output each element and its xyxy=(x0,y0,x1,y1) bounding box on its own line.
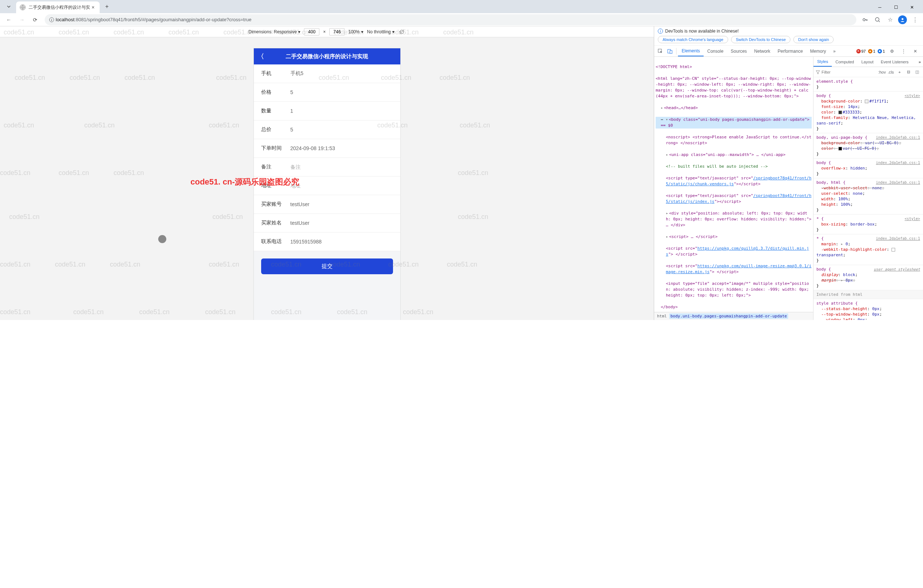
zoom-select[interactable]: 100% ▾ xyxy=(348,29,363,34)
throttling-select[interactable]: No throttling ▾ xyxy=(367,29,394,34)
url-bar[interactable]: localhost:8081/springboot78q41/front/h5/… xyxy=(45,14,856,25)
dimensions-select[interactable]: Dimensions: Responsive ▾ xyxy=(248,29,301,34)
back-button[interactable]: ← xyxy=(3,14,15,26)
url-path: /springboot78q41/front/h5/#/pages/goumai… xyxy=(87,17,251,22)
styles-tab-styles[interactable]: Styles xyxy=(813,57,832,67)
device-width-input[interactable] xyxy=(304,28,319,36)
dont-show-button[interactable]: Don't show again xyxy=(793,36,834,43)
device-mode-icon[interactable] xyxy=(665,46,675,56)
form-row: 数量1 xyxy=(254,102,400,120)
form-row: 联系电话15915915988 xyxy=(254,233,400,251)
devtools-tabs: Elements Console Sources Network Perform… xyxy=(654,46,923,57)
dom-tree[interactable]: <!DOCTYPE html> <html lang="zh-CN" style… xyxy=(654,57,813,312)
svg-point-4 xyxy=(863,19,865,21)
close-window-button[interactable]: ✕ xyxy=(904,2,920,13)
remark-input[interactable] xyxy=(291,164,393,170)
bookmark-icon[interactable]: ☆ xyxy=(885,15,895,25)
devtools-panel: iDevTools is now available in Chinese! A… xyxy=(654,26,923,320)
browser-titlebar: 二手交易微信小程序的设计与实 × + ─ ☐ ✕ xyxy=(0,0,923,13)
hov-toggle[interactable]: :hov xyxy=(878,69,886,76)
submit-button[interactable]: 提交 xyxy=(261,259,393,274)
svg-point-5 xyxy=(875,18,879,21)
settings-icon[interactable]: ⚙ xyxy=(887,46,897,56)
form-row: 下单时间2024-09-08 19:1:53 xyxy=(254,139,400,158)
sidebar-toggle-icon[interactable]: ◫ xyxy=(913,69,921,76)
warn-badge[interactable]: ▲1 xyxy=(868,49,875,54)
tab-performance[interactable]: Performance xyxy=(774,46,806,56)
forward-button[interactable]: → xyxy=(16,14,28,26)
inspect-icon[interactable] xyxy=(655,46,665,56)
breadcrumb-item[interactable]: body.uni-body.pages-goumaishangpin-add-o… xyxy=(669,313,788,319)
maximize-button[interactable]: ☐ xyxy=(888,2,904,13)
address-input[interactable] xyxy=(291,183,393,188)
svg-line-6 xyxy=(879,21,880,22)
switch-chinese-button[interactable]: Switch DevTools to Chinese xyxy=(731,36,790,43)
cls-toggle[interactable]: .cls xyxy=(887,69,894,76)
device-toolbar: Dimensions: Responsive ▾ × 100% ▾ No thr… xyxy=(0,26,654,37)
rotate-icon[interactable] xyxy=(398,28,406,36)
computed-toggle-icon[interactable]: ⊟ xyxy=(905,69,912,76)
dom-breadcrumb: html body.uni-body.pages-goumaishangpin-… xyxy=(654,312,813,320)
zoom-icon[interactable] xyxy=(872,15,883,25)
browser-toolbar: ← → ⟳ localhost:8081/springboot78q41/fro… xyxy=(0,13,923,26)
tab-sources[interactable]: Sources xyxy=(727,46,751,56)
form-row: 备注 xyxy=(254,158,400,177)
form-row: 总价5 xyxy=(254,120,400,139)
profile-avatar[interactable] xyxy=(897,15,908,25)
form-row: 价格5 xyxy=(254,83,400,102)
tab-memory[interactable]: Memory xyxy=(806,46,829,56)
app-header: 〈 二手交易微信小程序的设计与实现 xyxy=(254,48,400,64)
styles-tab-events[interactable]: Event Listeners xyxy=(877,57,912,67)
devtools-menu-icon[interactable]: ⋮ xyxy=(899,46,908,56)
back-icon[interactable]: 〈 xyxy=(258,52,264,61)
form-row: 地址 xyxy=(254,177,400,195)
tab-console[interactable]: Console xyxy=(704,46,727,56)
window-controls: ─ ☐ ✕ xyxy=(872,2,920,13)
form-row: 手机手机5 xyxy=(254,64,400,83)
site-info-icon[interactable] xyxy=(49,17,54,22)
browser-menu-icon[interactable]: ⋮ xyxy=(910,15,920,25)
form-row: 买家姓名testUser xyxy=(254,214,400,233)
error-badge[interactable]: ✕97 xyxy=(856,49,866,54)
close-devtools-icon[interactable]: ✕ xyxy=(911,46,920,56)
styles-tab-computed[interactable]: Computed xyxy=(832,57,858,67)
device-height-input[interactable] xyxy=(329,28,345,36)
close-tab-icon[interactable]: × xyxy=(90,4,96,10)
tab-title: 二手交易微信小程序的设计与实 xyxy=(29,4,90,11)
browser-tab[interactable]: 二手交易微信小程序的设计与实 × xyxy=(16,2,100,13)
svg-rect-11 xyxy=(670,51,672,54)
password-icon[interactable] xyxy=(860,15,870,25)
styles-filter-input[interactable] xyxy=(821,70,877,74)
styles-rules[interactable]: element.style {} <style>body { backgroun… xyxy=(813,77,923,320)
new-rule-icon[interactable]: + xyxy=(896,69,903,76)
url-host: localhost xyxy=(56,17,74,22)
touch-cursor xyxy=(158,235,166,243)
tab-search-dropdown[interactable] xyxy=(4,2,13,11)
form-body: 手机手机5 价格5 数量1 总价5 下单时间2024-09-08 19:1:53… xyxy=(254,64,400,320)
more-tabs-icon[interactable]: » xyxy=(829,46,839,56)
minimize-button[interactable]: ─ xyxy=(872,2,888,13)
styles-tab-layout[interactable]: Layout xyxy=(858,57,877,67)
tab-network[interactable]: Network xyxy=(751,46,774,56)
issue-badge[interactable]: ■1 xyxy=(878,49,885,54)
styles-pane: Styles Computed Layout Event Listeners »… xyxy=(813,57,923,320)
mobile-preview: 〈 二手交易微信小程序的设计与实现 手机手机5 价格5 数量1 总价5 下单时间… xyxy=(254,48,400,320)
new-tab-button[interactable]: + xyxy=(102,2,112,12)
globe-icon xyxy=(20,4,26,10)
always-match-button[interactable]: Always match Chrome's language xyxy=(658,36,728,43)
svg-point-7 xyxy=(902,18,903,20)
filter-icon xyxy=(816,70,820,74)
devtools-notice: iDevTools is now available in Chinese! A… xyxy=(654,26,923,46)
breadcrumb-item[interactable]: html xyxy=(657,314,667,319)
reload-button[interactable]: ⟳ xyxy=(29,14,41,26)
app-title: 二手交易微信小程序的设计与实现 xyxy=(286,53,368,60)
info-icon: i xyxy=(658,29,663,34)
tab-elements[interactable]: Elements xyxy=(678,46,704,56)
styles-more-icon[interactable]: » xyxy=(916,60,923,64)
url-port: :8081 xyxy=(74,17,87,22)
form-row: 买家账号testUser xyxy=(254,195,400,214)
